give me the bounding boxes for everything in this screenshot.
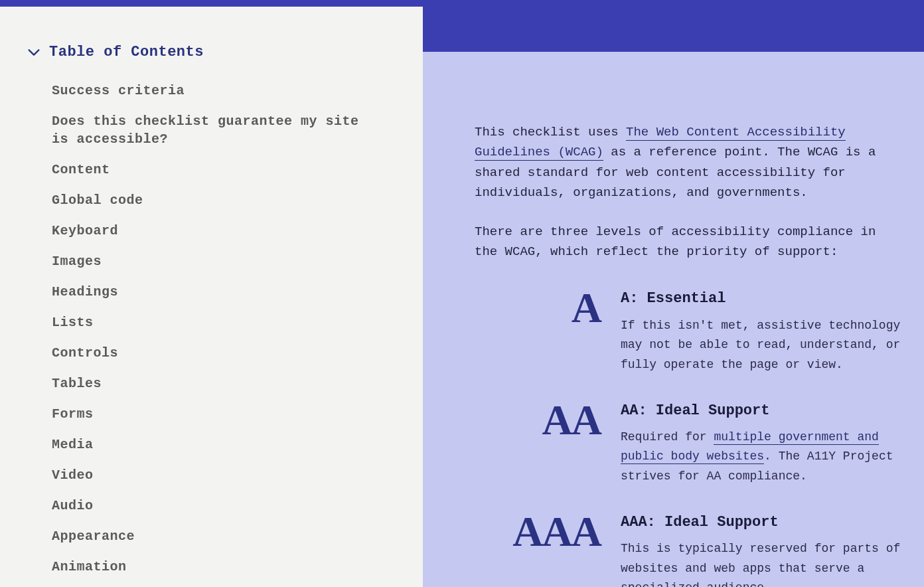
toc-link[interactable]: Global code <box>52 191 370 209</box>
toc-link[interactable]: Lists <box>52 313 370 331</box>
intro-paragraph-1: This checklist uses The Web Content Acce… <box>475 122 904 203</box>
toc-item: Keyboard <box>52 222 396 240</box>
wcag-level-desc: If this isn't met, assistive technology … <box>621 316 904 375</box>
toc-link[interactable]: Keyboard <box>52 222 370 240</box>
toc-item: Forms <box>52 405 396 423</box>
toc-item: Media <box>52 436 396 454</box>
wcag-level-body: AAA: Ideal SupportThis is typically rese… <box>621 511 904 587</box>
wcag-level: AAAA: Ideal SupportRequired for multiple… <box>475 399 904 487</box>
toc-link[interactable]: Tables <box>52 375 370 392</box>
toc-link[interactable]: Controls <box>52 344 370 362</box>
wcag-level-desc-pre: If this isn't met, assistive technology … <box>621 319 900 371</box>
toc-link[interactable]: Video <box>52 466 370 484</box>
toc-item: Animation <box>52 558 396 576</box>
toc-link[interactable]: Audio <box>52 497 370 515</box>
toc-link[interactable]: Success criteria <box>52 82 370 100</box>
toc-item: Controls <box>52 344 396 362</box>
sidebar: Table of Contents Success criteriaDoes t… <box>0 7 423 587</box>
toc-item: Tables <box>52 375 396 392</box>
chevron-down-icon <box>27 45 41 60</box>
page-layout: Table of Contents Success criteriaDoes t… <box>0 0 924 587</box>
intro-paragraph-2: There are three levels of accessibility … <box>475 222 904 262</box>
wcag-level-title: A: Essential <box>621 287 904 310</box>
toc-list: Success criteriaDoes this checklist guar… <box>27 82 396 587</box>
toc-item: Headings <box>52 283 396 301</box>
wcag-level-title: AA: Ideal Support <box>621 399 904 422</box>
toc-header[interactable]: Table of Contents <box>27 44 396 60</box>
wcag-level-desc-pre: This is typically reserved for parts of … <box>621 542 900 587</box>
toc-link[interactable]: Does this checklist guarantee my site is… <box>52 112 370 148</box>
wcag-level-desc: Required for multiple government and pub… <box>621 428 904 487</box>
toc-item: Lists <box>52 313 396 331</box>
wcag-level: AA: EssentialIf this isn't met, assistiv… <box>475 287 904 375</box>
toc-link[interactable]: Forms <box>52 405 370 423</box>
wcag-level-body: A: EssentialIf this isn't met, assistive… <box>621 287 904 375</box>
toc-link[interactable]: Headings <box>52 283 370 301</box>
main-content: This checklist uses The Web Content Acce… <box>423 52 924 587</box>
toc-link[interactable]: Animation <box>52 558 370 576</box>
toc-item: Audio <box>52 497 396 515</box>
wcag-levels: AA: EssentialIf this isn't met, assistiv… <box>475 287 904 587</box>
toc-item: Success criteria <box>52 82 396 100</box>
wcag-level-letters: AA <box>475 399 601 442</box>
toc-link[interactable]: Appearance <box>52 527 370 545</box>
toc-title: Table of Contents <box>49 44 204 60</box>
toc-item: Video <box>52 466 396 484</box>
toc-item: Does this checklist guarantee my site is… <box>52 112 396 148</box>
wcag-level: AAAAAA: Ideal SupportThis is typically r… <box>475 511 904 587</box>
wcag-level-letters: AAA <box>475 511 601 553</box>
toc-item: Appearance <box>52 527 396 545</box>
toc-item: Global code <box>52 191 396 209</box>
wcag-level-body: AA: Ideal SupportRequired for multiple g… <box>621 399 904 487</box>
intro-p1-pre: This checklist uses <box>475 125 626 139</box>
toc-item: Images <box>52 252 396 270</box>
wcag-level-title: AAA: Ideal Support <box>621 511 904 534</box>
wcag-level-letters: A <box>475 287 601 329</box>
wcag-level-desc: This is typically reserved for parts of … <box>621 539 904 587</box>
toc-link[interactable]: Media <box>52 436 370 454</box>
toc-link[interactable]: Images <box>52 252 370 270</box>
toc-item: Content <box>52 161 396 179</box>
toc-link[interactable]: Content <box>52 161 370 179</box>
wcag-level-desc-pre: Required for <box>621 430 714 444</box>
